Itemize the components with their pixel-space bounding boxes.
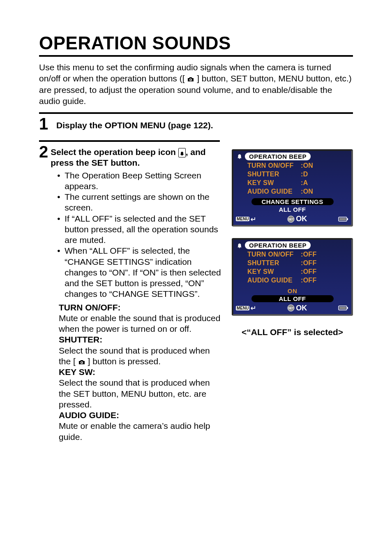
menu-label: MENU <box>236 306 249 310</box>
step2-bullets: The Operation Beep Setting Screen appear… <box>51 170 224 300</box>
step1-number: 1 <box>39 116 56 132</box>
definitions: TURN ON/OFF: Mute or enable the sound th… <box>39 302 224 442</box>
lcd-rows: TURN ON/OFF:OFF SHUTTER:OFF KEY SW:OFF A… <box>233 250 351 286</box>
def-term: TURN ON/OFF: <box>59 302 224 313</box>
lcd-row-label: KEY SW <box>247 179 301 187</box>
bullet-item: The current settings are shown on the sc… <box>57 192 224 213</box>
step2-rule <box>39 140 220 142</box>
step1-text: Display the OPTION MENU (page 122). <box>56 116 213 130</box>
svg-text:SET: SET <box>288 218 294 221</box>
lcd-row: AUDIO GUIDE:OFF <box>247 276 347 285</box>
menu-label: MENU <box>236 217 249 221</box>
lcd-row-value: :A <box>301 179 308 187</box>
step1-rule <box>39 112 353 114</box>
lcd-row-label: SHUTTER <box>247 259 301 268</box>
bell-icon <box>236 242 243 249</box>
bullet-item: If “ALL OFF” is selected and the SET but… <box>57 213 224 246</box>
camera-icon <box>187 74 194 83</box>
lcd-row: TURN ON/OFF:OFF <box>247 250 347 259</box>
svg-rect-10 <box>347 218 348 220</box>
bullet-item: The Operation Beep Setting Screen appear… <box>57 170 224 192</box>
lcd-row-label: SHUTTER <box>247 170 301 179</box>
step1-row: 1 Display the OPTION MENU (page 122). <box>39 116 353 132</box>
intro-paragraph: Use this menu to set the confirming audi… <box>39 62 353 106</box>
menu-badge: MENU <box>236 217 256 222</box>
lcd-header: OPERATION BEEP <box>233 240 351 250</box>
lcd-all-off: ALL OFF <box>233 206 351 213</box>
bell-icon <box>236 153 243 160</box>
lcd-row-label: AUDIO GUIDE <box>247 276 301 285</box>
lcd-rows: TURN ON/OFF:ON SHUTTER:D KEY SW:A AUDIO … <box>233 162 351 197</box>
step2-heading: Select the operation beep icon , and pre… <box>51 147 224 169</box>
ok-indicator: SET OK <box>287 304 307 312</box>
lcd-screen-1: OPERATION BEEP TURN ON/OFF:ON SHUTTER:D … <box>232 149 353 227</box>
lcd-title: OPERATION BEEP <box>245 241 311 249</box>
lcd-row-value: :OFF <box>301 268 317 276</box>
return-arrow-icon <box>250 305 256 310</box>
lcd-change-settings: CHANGE SETTINGS <box>251 198 334 205</box>
lcd-row: SHUTTER:D <box>247 170 347 179</box>
lcd-row: KEY SW:OFF <box>247 268 347 276</box>
lcd-row: TURN ON/OFF:ON <box>247 162 347 170</box>
battery-icon <box>338 216 349 222</box>
menu-badge: MENU <box>236 305 256 310</box>
set-icon: SET <box>287 215 295 223</box>
def-text: Select the sound that is produced when t… <box>59 345 224 367</box>
set-icon: SET <box>287 304 295 312</box>
svg-rect-11 <box>339 218 346 220</box>
title-rule <box>39 55 353 57</box>
lcd-caption: <“ALL OFF” is selected> <box>232 327 353 337</box>
bell-icon-box <box>178 148 186 157</box>
svg-rect-18 <box>339 307 346 309</box>
lcd-row-label: TURN ON/OFF <box>247 162 301 170</box>
camera-icon <box>78 356 85 366</box>
lcd-row-value: :OFF <box>301 276 317 285</box>
lcd-screen-2: OPERATION BEEP TURN ON/OFF:OFF SHUTTER:O… <box>232 238 353 315</box>
def-term: KEY SW: <box>59 367 224 377</box>
lcd-title: OPERATION BEEP <box>245 153 311 160</box>
svg-point-1 <box>190 79 191 81</box>
ok-label: OK <box>296 304 307 312</box>
lcd-all-off-selected: ALL OFF <box>251 295 334 302</box>
def-text: Mute or enable the camera’s audio help g… <box>59 421 224 442</box>
lcd-row: AUDIO GUIDE:ON <box>247 187 347 196</box>
battery-icon <box>338 305 349 311</box>
lcd-on: ON <box>233 287 351 294</box>
def-term: SHUTTER: <box>59 334 224 345</box>
page-title: OPERATION SOUNDS <box>39 33 353 53</box>
lcd-footer: MENU SET OK <box>233 303 351 314</box>
svg-rect-5 <box>239 158 240 159</box>
def-term: AUDIO GUIDE: <box>59 410 224 421</box>
lcd-row-value: :OFF <box>301 250 317 259</box>
lcd-row-label: AUDIO GUIDE <box>247 187 301 196</box>
svg-text:SET: SET <box>288 307 294 310</box>
lcd-header: OPERATION BEEP <box>233 151 351 162</box>
ok-label: OK <box>296 215 307 223</box>
bullet-item: When “ALL OFF” is selected, the “CHANGE … <box>57 245 224 299</box>
svg-rect-2 <box>182 155 182 156</box>
lcd-row-label: KEY SW <box>247 268 301 276</box>
def-text-post: ] button is pressed. <box>85 356 161 366</box>
svg-point-4 <box>81 362 82 363</box>
step2-number: 2 <box>39 143 48 160</box>
lcd-row-value: :ON <box>301 187 313 196</box>
lcd-footer: MENU SET OK <box>233 214 351 225</box>
ok-indicator: SET OK <box>287 215 307 223</box>
lcd-row-value: :ON <box>301 162 313 170</box>
lcd-row-value: :D <box>301 170 308 179</box>
svg-rect-17 <box>347 307 348 309</box>
lcd-row: KEY SW:A <box>247 179 347 187</box>
lcd-row-value: :OFF <box>301 259 317 268</box>
step2-heading-pre: Select the operation beep icon <box>51 147 178 157</box>
def-text: Mute or enable the sound that is produce… <box>59 313 224 335</box>
lcd-row-label: TURN ON/OFF <box>247 250 301 259</box>
return-arrow-icon <box>250 217 256 222</box>
def-text: Select the sound that is produced when t… <box>59 377 224 410</box>
lcd-row: SHUTTER:OFF <box>247 259 347 268</box>
svg-rect-12 <box>239 247 240 248</box>
